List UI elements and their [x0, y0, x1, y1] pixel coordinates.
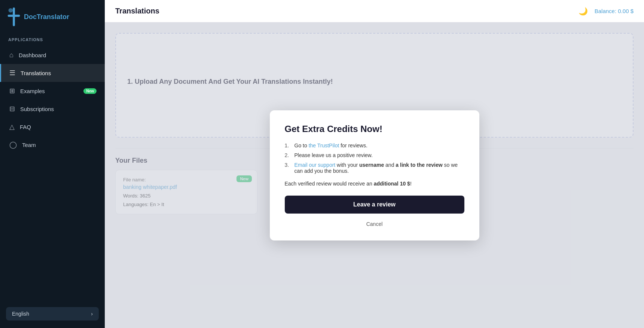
faq-icon: △: [9, 123, 15, 131]
modal-step-1: 1. Go to the TrustPilot for reviews.: [285, 142, 464, 148]
sidebar-logo: DocTranslator: [0, 0, 105, 34]
bonus-amount: additional 10 $: [374, 181, 410, 187]
sidebar-item-subscriptions[interactable]: ⊟ Subscriptions: [0, 100, 105, 118]
trustpilot-link[interactable]: the TrustPilot: [309, 142, 339, 148]
sidebar-item-label: Examples: [20, 88, 45, 94]
email-support-link[interactable]: Email our support: [294, 162, 336, 168]
modal-steps: 1. Go to the TrustPilot for reviews. 2. …: [285, 142, 464, 174]
language-label: English: [12, 311, 29, 317]
page-title: Translations: [115, 7, 159, 15]
sidebar-item-label: Subscriptions: [20, 106, 54, 112]
applications-label: APPLICATIONS: [0, 34, 105, 45]
svg-point-2: [9, 8, 13, 13]
sidebar-item-examples[interactable]: ⊞ Examples New: [0, 82, 105, 100]
sidebar: DocTranslator APPLICATIONS ⌂ Dashboard ☰…: [0, 0, 105, 328]
chevron-right-icon: ›: [91, 311, 93, 317]
modal-step-2: 2. Please leave us a positive review.: [285, 152, 464, 158]
sidebar-item-faq[interactable]: △ FAQ: [0, 118, 105, 136]
sidebar-nav: ⌂ Dashboard ☰ Translations ⊞ Examples Ne…: [0, 45, 105, 301]
home-icon: ⌂: [9, 51, 13, 59]
subscriptions-icon: ⊟: [9, 105, 15, 113]
main-content: Translations 🌙 Balance: 0.00 $ 1. Upload…: [105, 0, 644, 328]
sidebar-item-label: FAQ: [20, 124, 31, 130]
leave-review-button[interactable]: Leave a review: [285, 196, 464, 214]
modal: Get Extra Credits Now! 1. Go to the Trus…: [270, 110, 479, 240]
step-num-1: 1.: [285, 142, 292, 148]
cancel-button[interactable]: Cancel: [285, 218, 464, 230]
page-content: 1. Upload Any Document And Get Your AI T…: [105, 22, 644, 328]
examples-icon: ⊞: [9, 87, 15, 95]
modal-overlay: Get Extra Credits Now! 1. Go to the Trus…: [105, 22, 644, 328]
topbar-right: 🌙 Balance: 0.00 $: [579, 7, 634, 16]
modal-step-3: 3. Email our support with your username …: [285, 162, 464, 174]
examples-badge: New: [83, 88, 97, 94]
sidebar-item-team[interactable]: ◯ Team: [0, 136, 105, 154]
dark-mode-icon[interactable]: 🌙: [579, 7, 588, 16]
balance-display: Balance: 0.00 $: [595, 8, 634, 14]
sidebar-item-translations[interactable]: ☰ Translations: [0, 64, 105, 82]
sidebar-item-dashboard[interactable]: ⌂ Dashboard: [0, 46, 105, 64]
step-num-2: 2.: [285, 152, 292, 158]
modal-bonus-text: Each verified review would receive an ad…: [285, 181, 464, 187]
logo-icon: [7, 7, 20, 26]
topbar: Translations 🌙 Balance: 0.00 $: [105, 0, 644, 22]
logo-text: DocTranslator: [24, 13, 69, 21]
language-selector[interactable]: English ›: [6, 307, 99, 321]
team-icon: ◯: [9, 141, 17, 149]
sidebar-item-label: Team: [22, 142, 36, 148]
sidebar-item-label: Dashboard: [19, 52, 46, 58]
translations-icon: ☰: [9, 69, 15, 77]
modal-title: Get Extra Credits Now!: [285, 124, 464, 134]
svg-rect-1: [8, 15, 20, 17]
step-num-3: 3.: [285, 162, 292, 174]
sidebar-item-label: Translations: [21, 70, 51, 76]
